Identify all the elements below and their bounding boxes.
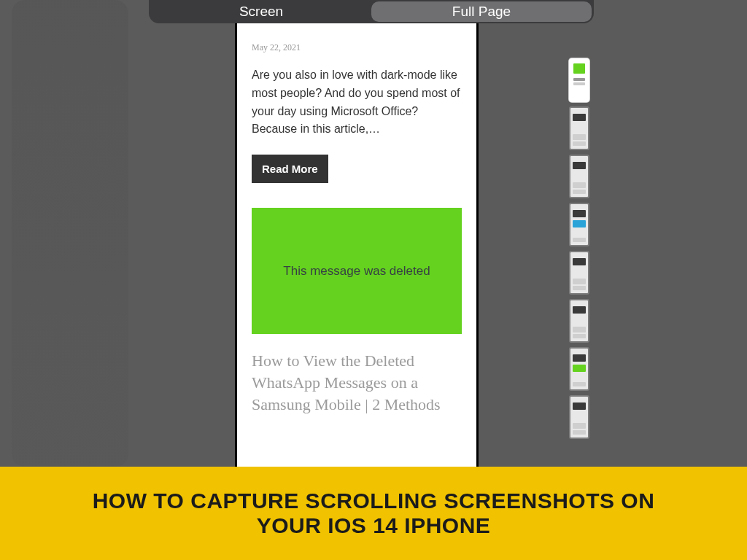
page-thumb[interactable]: [569, 203, 589, 246]
deleted-message-card: This message was deleted: [252, 208, 462, 334]
segmented-control: Screen Full Page: [149, 0, 594, 23]
tab-full-page[interactable]: Full Page: [371, 1, 592, 22]
tab-full-page-label: Full Page: [452, 4, 511, 20]
video-caption-text: How to Capture Scrolling Screenshots on …: [58, 489, 689, 539]
captured-page-preview[interactable]: May 22, 2021 Are you also in love with d…: [235, 23, 479, 467]
page-thumb[interactable]: [569, 347, 589, 391]
article-date: May 22, 2021: [252, 42, 462, 53]
page-thumb[interactable]: [569, 251, 589, 295]
tab-screen[interactable]: Screen: [151, 1, 371, 22]
page-thumb[interactable]: [569, 155, 589, 198]
article-excerpt: Are you also in love with dark-mode like…: [252, 66, 462, 139]
page-thumbnail-strip: [569, 58, 589, 439]
deleted-message-text: This message was deleted: [283, 264, 430, 279]
read-more-button[interactable]: Read More: [252, 155, 328, 183]
page-thumb[interactable]: [569, 106, 589, 150]
blurred-phone-backdrop: [12, 0, 128, 467]
page-thumb[interactable]: [569, 299, 589, 343]
article-2-title: How to View the Deleted WhatsApp Message…: [252, 350, 462, 415]
tab-screen-label: Screen: [239, 4, 283, 20]
page-thumb-current[interactable]: [569, 58, 589, 102]
video-caption-bar: How to Capture Scrolling Screenshots on …: [0, 467, 747, 560]
page-thumb[interactable]: [569, 395, 589, 439]
